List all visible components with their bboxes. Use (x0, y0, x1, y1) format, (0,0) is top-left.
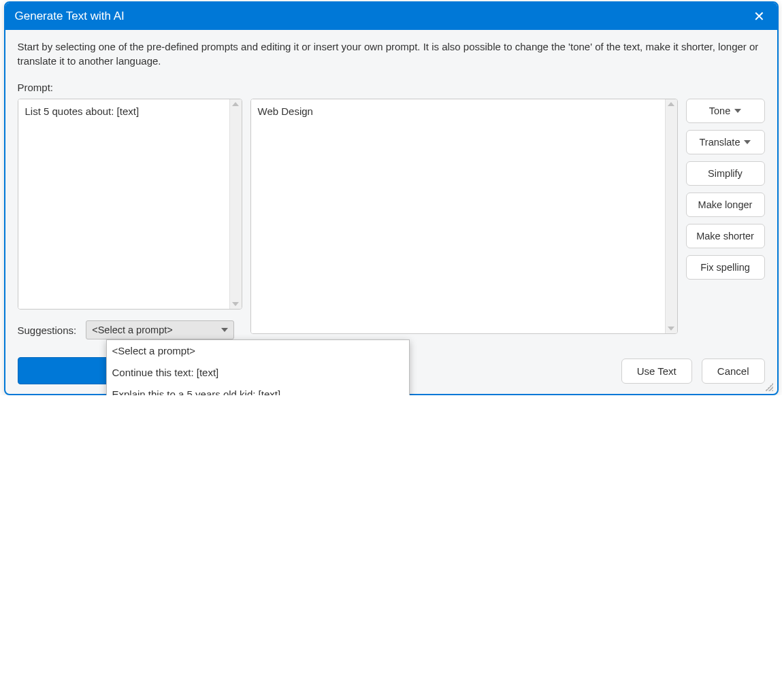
button-label: Simplify (708, 168, 743, 179)
titlebar: Generate Text with AI ✕ (5, 3, 777, 30)
suggestions-combo[interactable]: <Select a prompt> (86, 320, 234, 339)
make-longer-button[interactable]: Make longer (686, 193, 765, 217)
dropdown-item[interactable]: Explain this to a 5 years old kid: [text… (107, 384, 409, 395)
intro-text: Start by selecting one of the pre-define… (18, 39, 765, 68)
scroll-down-icon (668, 327, 674, 331)
prompt-textarea-wrap (18, 99, 242, 310)
make-shorter-button[interactable]: Make shorter (686, 224, 765, 248)
scroll-up-icon (232, 102, 239, 106)
fix-spelling-button[interactable]: Fix spelling (686, 255, 765, 280)
close-icon[interactable]: ✕ (751, 10, 768, 23)
suggestions-row: Suggestions: <Select a prompt> <Select a… (18, 320, 242, 339)
output-textarea-wrap (250, 99, 678, 334)
chevron-down-icon (221, 328, 228, 332)
chevron-down-icon (734, 109, 741, 113)
left-column: Suggestions: <Select a prompt> <Select a… (18, 99, 242, 339)
translate-button[interactable]: Translate (686, 130, 765, 154)
scroll-down-icon (232, 302, 239, 306)
resize-grip-icon[interactable] (765, 383, 773, 391)
scroll-up-icon (668, 102, 674, 106)
suggestions-label: Suggestions: (18, 324, 77, 336)
simplify-button[interactable]: Simplify (686, 161, 765, 186)
scrollbar[interactable] (229, 99, 242, 309)
dialog-body: Start by selecting one of the pre-define… (5, 30, 777, 394)
combo-value: <Select a prompt> (92, 324, 173, 335)
footer-right: Use Text Cancel (621, 359, 765, 384)
button-label: Make shorter (696, 231, 754, 241)
chevron-down-icon (744, 140, 751, 144)
dropdown-item[interactable]: Continue this text: [text] (107, 362, 409, 384)
suggestions-dropdown[interactable]: <Select a prompt>Continue this text: [te… (106, 339, 410, 395)
use-text-button[interactable]: Use Text (621, 359, 692, 384)
output-textarea[interactable] (251, 99, 665, 333)
editor-row: Suggestions: <Select a prompt> <Select a… (18, 99, 765, 339)
dialog-title: Generate Text with AI (15, 10, 125, 23)
prompt-label: Prompt: (18, 82, 765, 93)
button-label: Tone (709, 105, 730, 116)
side-buttons: Tone Translate Simplify Make longer Make… (686, 99, 765, 339)
dropdown-item[interactable]: <Select a prompt> (107, 340, 409, 362)
button-label: Fix spelling (700, 262, 750, 273)
button-label: Make longer (698, 199, 753, 210)
tone-button[interactable]: Tone (686, 99, 765, 123)
scrollbar[interactable] (665, 99, 677, 333)
dialog-generate-text: Generate Text with AI ✕ Start by selecti… (4, 1, 779, 395)
prompt-textarea[interactable] (18, 99, 229, 309)
cancel-button[interactable]: Cancel (702, 359, 765, 384)
button-label: Translate (700, 137, 740, 148)
